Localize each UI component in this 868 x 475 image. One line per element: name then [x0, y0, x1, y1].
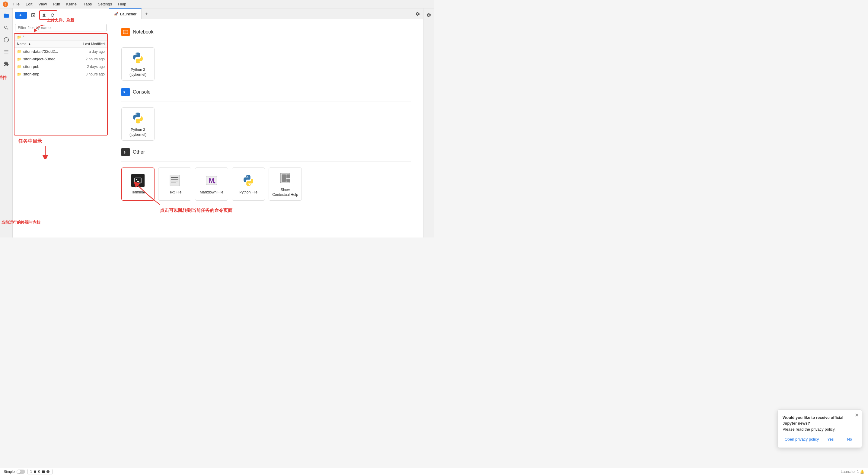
- sidebar: + 上传文件、刷新: [13, 8, 109, 238]
- current-dir-header: 📁 /: [14, 34, 107, 41]
- file-row-3[interactable]: 📁 siton-tmp 8 hours ago: [14, 70, 107, 78]
- filter-input[interactable]: [15, 24, 106, 31]
- tab-launcher-icon: 🚀: [114, 12, 118, 16]
- file-row-0[interactable]: 📁 siton-data-732dd2... a day ago: [14, 48, 107, 55]
- file-date-0: a day ago: [74, 50, 105, 54]
- main-content: 🚀 Launcher + Notebook: [109, 8, 423, 238]
- right-settings-icon[interactable]: [425, 11, 433, 19]
- menubar: J File Edit View Run Kernel Tabs Setting…: [0, 0, 434, 8]
- console-cards: Python 3(ipykernel): [121, 107, 411, 140]
- pythonfile-icon: [241, 173, 256, 188]
- console-section-title: Console: [133, 89, 151, 95]
- notebook-section-header: Notebook: [121, 28, 411, 36]
- help-card[interactable]: ShowContextual Help: [269, 167, 302, 201]
- notebook-python3-card[interactable]: Python 3(ipykernel): [121, 48, 155, 81]
- file-date-3: 8 hours ago: [74, 72, 105, 76]
- activity-circle[interactable]: [1, 35, 11, 45]
- terminal-icon: [131, 173, 145, 188]
- file-row-2[interactable]: 📁 siton-pub 2 days ago: [14, 63, 107, 70]
- upload-refresh-group: [39, 10, 57, 20]
- menu-tabs[interactable]: Tabs: [81, 1, 94, 7]
- svg-rect-14: [286, 175, 290, 178]
- launcher-content: Notebook Python 3(ipykernel): [109, 19, 423, 238]
- console-python3-icon: [131, 111, 145, 125]
- menu-edit[interactable]: Edit: [23, 1, 35, 7]
- textfile-card[interactable]: Text File: [158, 167, 191, 201]
- notebook-section-title: Notebook: [133, 29, 154, 35]
- other-cards: Terminal Text File: [121, 167, 411, 201]
- other-section-icon: $_: [121, 148, 130, 156]
- sidebar-toolbar: +: [13, 8, 109, 22]
- new-button[interactable]: +: [15, 12, 27, 19]
- col-headers: Name ▲ Last Modified: [14, 41, 107, 48]
- app-logo: J: [2, 1, 8, 7]
- file-name-2: siton-pub: [23, 64, 74, 69]
- top-right-settings[interactable]: [412, 8, 423, 19]
- markdown-label: Markdown File: [200, 190, 223, 195]
- tab-add-button[interactable]: +: [142, 8, 151, 19]
- help-label: ShowContextual Help: [272, 188, 298, 197]
- console-divider: [121, 101, 411, 101]
- svg-rect-13: [282, 175, 286, 182]
- folder-icon-1: 📁: [17, 57, 22, 61]
- svg-text:M: M: [209, 177, 214, 184]
- file-name-0: siton-data-732dd2...: [23, 49, 74, 54]
- console-section-header: >_ Console: [121, 88, 411, 96]
- sort-icon: ▲: [28, 42, 31, 46]
- upload-button[interactable]: [40, 11, 48, 19]
- menu-run[interactable]: Run: [51, 1, 62, 7]
- textfile-icon: [167, 173, 182, 188]
- activity-bar: 插件: [0, 8, 13, 238]
- other-section-header: $_ Other: [121, 148, 411, 156]
- menu-settings[interactable]: Settings: [95, 1, 114, 7]
- folder-icon-2: 📁: [17, 65, 22, 69]
- file-name-1: siton-object-53bec...: [23, 57, 74, 61]
- activity-search[interactable]: [1, 23, 11, 33]
- menu-view[interactable]: View: [36, 1, 49, 7]
- folder-icon-0: 📁: [17, 50, 22, 54]
- activity-extensions[interactable]: [1, 59, 11, 69]
- annotation-plugin: 插件: [0, 75, 7, 81]
- plus-icon: +: [19, 13, 22, 18]
- markdown-card[interactable]: M Markdown File: [195, 167, 228, 201]
- console-python3-card[interactable]: Python 3(ipykernel): [121, 107, 155, 140]
- file-date-1: 2 hours ago: [74, 57, 105, 61]
- menu-help[interactable]: Help: [116, 1, 129, 7]
- pythonfile-card[interactable]: Python File: [232, 167, 265, 201]
- current-dir-label: /: [23, 35, 24, 39]
- svg-rect-4: [170, 175, 180, 186]
- notebook-python3-label: Python 3(ipykernel): [129, 68, 146, 77]
- activity-list[interactable]: [1, 47, 11, 57]
- file-date-2: 2 days ago: [74, 65, 105, 69]
- textfile-label: Text File: [168, 190, 182, 195]
- menu-kernel[interactable]: Kernel: [64, 1, 80, 7]
- file-list: 📁 / Name ▲ Last Modified 📁 siton-data-73…: [14, 33, 108, 135]
- tab-launcher-label: Launcher: [120, 12, 136, 16]
- file-name-3: siton-tmp: [23, 72, 74, 76]
- notebook-divider: [121, 41, 411, 41]
- folder-icon-3: 📁: [17, 72, 22, 76]
- tab-bar: 🚀 Launcher +: [109, 8, 423, 19]
- col-modified-header[interactable]: Last Modified: [74, 42, 105, 46]
- console-section-icon: >_: [121, 88, 130, 96]
- terminal-label: Terminal: [131, 190, 145, 195]
- svg-rect-15: [286, 179, 290, 182]
- svg-point-2: [4, 38, 8, 42]
- python3-icon: [131, 51, 145, 65]
- folder-icon: 📁: [17, 35, 22, 39]
- file-row-1[interactable]: 📁 siton-object-53bec... 2 hours ago: [14, 55, 107, 63]
- refresh-button[interactable]: [48, 11, 57, 19]
- console-python3-label: Python 3(ipykernel): [129, 128, 146, 137]
- other-divider: [121, 161, 411, 161]
- activity-files[interactable]: [1, 11, 11, 21]
- git-icon-button[interactable]: [29, 11, 37, 19]
- col-name-header[interactable]: Name ▲: [17, 42, 74, 46]
- markdown-icon: M: [204, 173, 219, 188]
- menu-file[interactable]: File: [11, 1, 22, 7]
- tab-launcher[interactable]: 🚀 Launcher: [109, 8, 142, 19]
- pythonfile-label: Python File: [239, 190, 257, 195]
- help-icon: [278, 171, 292, 185]
- terminal-card[interactable]: Terminal: [121, 167, 155, 201]
- right-panel: [423, 8, 434, 238]
- notebook-cards: Python 3(ipykernel): [121, 48, 411, 81]
